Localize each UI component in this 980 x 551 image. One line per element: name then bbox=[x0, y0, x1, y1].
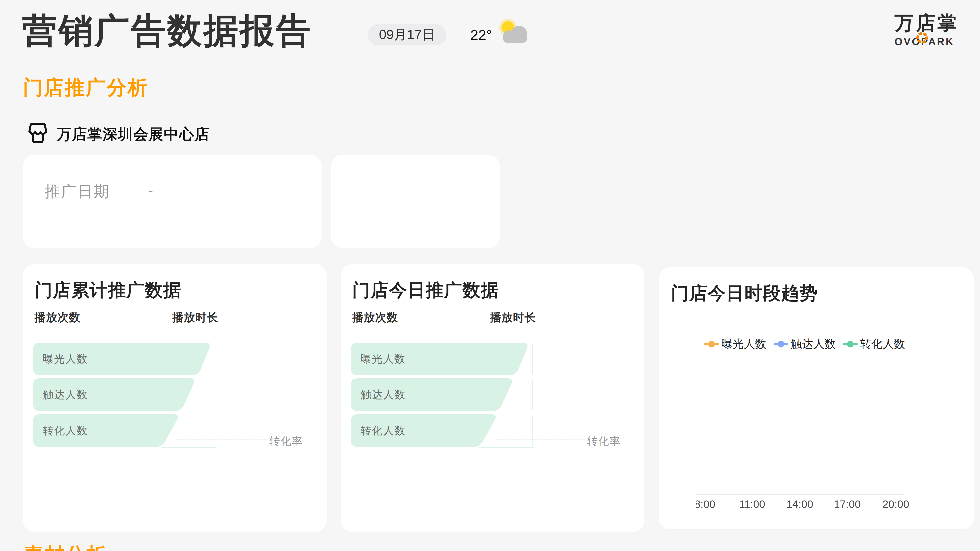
date-badge[interactable]: 09月17日 bbox=[368, 24, 446, 45]
promo-date-value[interactable]: - bbox=[148, 181, 153, 199]
logo-en: OVOPARK bbox=[894, 36, 971, 48]
conversion-rate-label: 转化率 bbox=[269, 434, 303, 448]
metric-play-duration: 播放时长 bbox=[172, 310, 218, 325]
logo-cn: 万店掌 bbox=[894, 11, 971, 35]
funnel-baseline bbox=[161, 447, 216, 448]
card-title: 门店今日时段趋势 bbox=[671, 281, 818, 305]
funnel-guide-line bbox=[215, 380, 215, 410]
funnel-guide-line bbox=[532, 380, 533, 410]
page-title: 营销广告数据报告 bbox=[22, 8, 312, 54]
conversion-dashed-line bbox=[176, 440, 267, 440]
stage-label: 曝光人数 bbox=[43, 343, 88, 375]
funnel-card-cumulative: 门店累计推广数据 播放次数 播放时长 曝光人数 触达人数 转化人数 转化率 bbox=[23, 264, 327, 532]
funnel-guide-line bbox=[215, 344, 215, 374]
stage-label: 触达人数 bbox=[43, 378, 88, 411]
x-axis-label: 17:00 bbox=[834, 498, 861, 510]
card-title: 门店累计推广数据 bbox=[35, 278, 181, 302]
x-axis-label: 14:00 bbox=[786, 498, 813, 510]
line-marker-icon bbox=[773, 343, 788, 345]
temperature-label: 22° bbox=[470, 24, 492, 45]
legend-label: 曝光人数 bbox=[721, 337, 767, 351]
brand-logo: 万店掌 OVOPARK bbox=[894, 11, 971, 48]
funnel-guide-line bbox=[215, 416, 215, 446]
date-badge-label: 09月17日 bbox=[379, 26, 435, 44]
x-axis-labels: 8:00 11:00 14:00 17:00 20:00 bbox=[696, 497, 910, 513]
x-axis-label: 8:00 bbox=[696, 498, 715, 510]
funnel-stage: 转化人数 bbox=[351, 414, 532, 447]
metric-play-count: 播放次数 bbox=[352, 310, 398, 325]
funnel-stage: 触达人数 bbox=[351, 378, 532, 411]
legend-item-conversion[interactable]: 转化人数 bbox=[843, 337, 905, 351]
promo-date-label: 推广日期 bbox=[45, 181, 110, 202]
trend-card: 门店今日时段趋势 曝光人数 触达人数 转化人数 8:00 11:00 14:00… bbox=[659, 267, 974, 529]
card-title: 门店今日推广数据 bbox=[352, 278, 499, 302]
funnel-chart: 曝光人数 触达人数 转化人数 转化率 bbox=[33, 343, 317, 455]
stage-label: 转化人数 bbox=[43, 414, 88, 447]
conversion-dashed-line bbox=[494, 440, 585, 440]
divider bbox=[35, 328, 310, 328]
next-section-title: 素材分析 bbox=[24, 542, 107, 551]
funnel-chart: 曝光人数 触达人数 转化人数 转化率 bbox=[351, 343, 634, 455]
stage-label: 转化人数 bbox=[361, 414, 406, 447]
funnel-guide-line bbox=[532, 344, 533, 374]
funnel-stage: 触达人数 bbox=[33, 378, 215, 411]
funnel-stage: 曝光人数 bbox=[351, 343, 532, 375]
conversion-rate-label: 转化率 bbox=[587, 434, 620, 448]
funnel-baseline bbox=[479, 447, 534, 448]
store-name: 万店掌深圳会展中心店 bbox=[57, 124, 210, 144]
chart-legend: 曝光人数 触达人数 转化人数 bbox=[647, 337, 962, 351]
empty-card bbox=[331, 155, 500, 248]
legend-label: 触达人数 bbox=[791, 337, 836, 351]
legend-item-reach[interactable]: 触达人数 bbox=[773, 337, 836, 351]
funnel-guide-line bbox=[532, 416, 533, 446]
aperture-icon bbox=[915, 25, 929, 50]
stage-label: 曝光人数 bbox=[361, 343, 406, 375]
legend-label: 转化人数 bbox=[860, 337, 905, 351]
stage-label: 触达人数 bbox=[361, 378, 406, 411]
promo-date-card[interactable]: 推广日期 - bbox=[23, 155, 321, 248]
x-axis-label: 20:00 bbox=[882, 498, 909, 510]
funnel-card-today: 门店今日推广数据 播放次数 播放时长 曝光人数 触达人数 转化人数 转化率 bbox=[341, 264, 644, 532]
divider bbox=[352, 328, 628, 328]
funnel-stage: 曝光人数 bbox=[33, 343, 215, 375]
section-title: 门店推广分析 bbox=[23, 75, 148, 101]
line-marker-icon bbox=[704, 343, 719, 345]
x-axis-line bbox=[696, 494, 904, 495]
metric-play-duration: 播放时长 bbox=[490, 310, 536, 325]
x-axis-label: 11:00 bbox=[739, 498, 765, 510]
storefront-icon bbox=[25, 121, 50, 146]
legend-item-exposure[interactable]: 曝光人数 bbox=[704, 337, 767, 351]
partly-cloudy-icon bbox=[496, 19, 534, 46]
metric-play-count: 播放次数 bbox=[35, 310, 80, 325]
line-marker-icon bbox=[843, 343, 858, 345]
funnel-stage: 转化人数 bbox=[33, 414, 215, 447]
